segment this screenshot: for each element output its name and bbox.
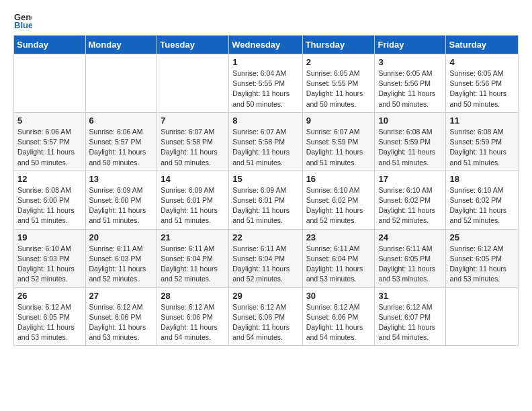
calendar-cell: 13Sunrise: 6:09 AM Sunset: 6:00 PM Dayli… xyxy=(85,171,157,229)
day-number: 5 xyxy=(17,116,82,126)
calendar-cell: 22Sunrise: 6:11 AM Sunset: 6:04 PM Dayli… xyxy=(229,229,302,287)
day-number: 20 xyxy=(89,232,154,242)
day-info: Sunrise: 6:06 AM Sunset: 5:57 PM Dayligh… xyxy=(89,127,154,168)
week-row-4: 19Sunrise: 6:10 AM Sunset: 6:03 PM Dayli… xyxy=(14,229,519,287)
calendar-cell: 25Sunrise: 6:12 AM Sunset: 6:05 PM Dayli… xyxy=(446,229,519,287)
day-info: Sunrise: 6:10 AM Sunset: 6:02 PM Dayligh… xyxy=(378,185,442,226)
day-number: 18 xyxy=(449,174,515,184)
day-info: Sunrise: 6:12 AM Sunset: 6:07 PM Dayligh… xyxy=(378,302,442,343)
day-number: 28 xyxy=(161,291,225,301)
day-number: 22 xyxy=(232,232,298,242)
calendar-cell xyxy=(14,54,86,113)
day-number: 2 xyxy=(306,57,371,67)
week-row-1: 1Sunrise: 6:04 AM Sunset: 5:55 PM Daylig… xyxy=(14,54,519,113)
day-info: Sunrise: 6:12 AM Sunset: 6:05 PM Dayligh… xyxy=(17,302,82,343)
day-info: Sunrise: 6:05 AM Sunset: 5:56 PM Dayligh… xyxy=(449,68,515,109)
calendar-cell: 2Sunrise: 6:05 AM Sunset: 5:55 PM Daylig… xyxy=(302,54,375,113)
calendar-cell: 31Sunrise: 6:12 AM Sunset: 6:07 PM Dayli… xyxy=(375,287,446,346)
calendar-cell: 15Sunrise: 6:09 AM Sunset: 6:01 PM Dayli… xyxy=(229,171,302,229)
day-info: Sunrise: 6:07 AM Sunset: 5:59 PM Dayligh… xyxy=(306,127,371,168)
day-info: Sunrise: 6:08 AM Sunset: 6:00 PM Dayligh… xyxy=(17,185,82,226)
day-info: Sunrise: 6:08 AM Sunset: 5:59 PM Dayligh… xyxy=(378,127,442,168)
calendar-cell: 11Sunrise: 6:08 AM Sunset: 5:59 PM Dayli… xyxy=(446,112,519,171)
day-number: 8 xyxy=(232,116,298,126)
svg-text:Blue: Blue xyxy=(14,20,32,30)
day-info: Sunrise: 6:12 AM Sunset: 6:06 PM Dayligh… xyxy=(232,302,298,343)
calendar-cell: 20Sunrise: 6:11 AM Sunset: 6:03 PM Dayli… xyxy=(85,229,157,287)
week-row-5: 26Sunrise: 6:12 AM Sunset: 6:05 PM Dayli… xyxy=(14,287,519,346)
day-info: Sunrise: 6:11 AM Sunset: 6:05 PM Dayligh… xyxy=(378,244,442,285)
calendar-cell: 18Sunrise: 6:10 AM Sunset: 6:02 PM Dayli… xyxy=(446,171,519,229)
day-info: Sunrise: 6:11 AM Sunset: 6:04 PM Dayligh… xyxy=(232,244,298,285)
page: General Blue SundayMondayTuesdayWednesda… xyxy=(0,0,532,359)
header-day-saturday: Saturday xyxy=(446,36,519,54)
calendar-table: SundayMondayTuesdayWednesdayThursdayFrid… xyxy=(13,35,519,346)
day-number: 25 xyxy=(449,232,515,242)
day-info: Sunrise: 6:05 AM Sunset: 5:56 PM Dayligh… xyxy=(378,68,442,109)
day-number: 3 xyxy=(378,57,442,67)
calendar-cell: 5Sunrise: 6:06 AM Sunset: 5:57 PM Daylig… xyxy=(14,112,86,171)
week-row-2: 5Sunrise: 6:06 AM Sunset: 5:57 PM Daylig… xyxy=(14,112,519,171)
day-number: 13 xyxy=(89,174,154,184)
day-number: 12 xyxy=(17,174,82,184)
day-info: Sunrise: 6:12 AM Sunset: 6:06 PM Dayligh… xyxy=(306,302,371,343)
calendar-cell: 30Sunrise: 6:12 AM Sunset: 6:06 PM Dayli… xyxy=(302,287,375,346)
header-day-monday: Monday xyxy=(85,36,157,54)
calendar-cell: 28Sunrise: 6:12 AM Sunset: 6:06 PM Dayli… xyxy=(157,287,229,346)
day-number: 31 xyxy=(378,291,442,301)
calendar-cell: 21Sunrise: 6:11 AM Sunset: 6:04 PM Dayli… xyxy=(157,229,229,287)
day-number: 30 xyxy=(306,291,371,301)
day-info: Sunrise: 6:09 AM Sunset: 6:00 PM Dayligh… xyxy=(89,185,154,226)
day-number: 15 xyxy=(232,174,298,184)
day-number: 9 xyxy=(306,116,371,126)
day-info: Sunrise: 6:11 AM Sunset: 6:04 PM Dayligh… xyxy=(306,244,371,285)
day-info: Sunrise: 6:10 AM Sunset: 6:02 PM Dayligh… xyxy=(449,185,515,226)
day-number: 1 xyxy=(232,57,298,67)
day-number: 24 xyxy=(378,232,442,242)
header-day-wednesday: Wednesday xyxy=(229,36,302,54)
calendar-cell: 12Sunrise: 6:08 AM Sunset: 6:00 PM Dayli… xyxy=(14,171,86,229)
day-info: Sunrise: 6:10 AM Sunset: 6:03 PM Dayligh… xyxy=(17,244,82,285)
day-number: 29 xyxy=(232,291,298,301)
day-info: Sunrise: 6:09 AM Sunset: 6:01 PM Dayligh… xyxy=(232,185,298,226)
day-info: Sunrise: 6:12 AM Sunset: 6:05 PM Dayligh… xyxy=(449,244,515,285)
logo-icon: General Blue xyxy=(13,11,32,30)
calendar-cell xyxy=(85,54,157,113)
calendar-cell: 14Sunrise: 6:09 AM Sunset: 6:01 PM Dayli… xyxy=(157,171,229,229)
day-number: 14 xyxy=(161,174,225,184)
calendar-cell: 1Sunrise: 6:04 AM Sunset: 5:55 PM Daylig… xyxy=(229,54,302,113)
day-number: 17 xyxy=(378,174,442,184)
calendar-cell: 23Sunrise: 6:11 AM Sunset: 6:04 PM Dayli… xyxy=(302,229,375,287)
day-info: Sunrise: 6:10 AM Sunset: 6:02 PM Dayligh… xyxy=(306,185,371,226)
day-number: 4 xyxy=(449,57,515,67)
header: General Blue xyxy=(13,11,519,30)
header-row: SundayMondayTuesdayWednesdayThursdayFrid… xyxy=(14,36,519,54)
day-info: Sunrise: 6:08 AM Sunset: 5:59 PM Dayligh… xyxy=(449,127,515,168)
header-day-friday: Friday xyxy=(375,36,446,54)
calendar-cell: 6Sunrise: 6:06 AM Sunset: 5:57 PM Daylig… xyxy=(85,112,157,171)
calendar-cell: 9Sunrise: 6:07 AM Sunset: 5:59 PM Daylig… xyxy=(302,112,375,171)
day-number: 26 xyxy=(17,291,82,301)
day-info: Sunrise: 6:04 AM Sunset: 5:55 PM Dayligh… xyxy=(232,68,298,109)
calendar-cell: 19Sunrise: 6:10 AM Sunset: 6:03 PM Dayli… xyxy=(14,229,86,287)
calendar-cell: 26Sunrise: 6:12 AM Sunset: 6:05 PM Dayli… xyxy=(14,287,86,346)
calendar-cell: 3Sunrise: 6:05 AM Sunset: 5:56 PM Daylig… xyxy=(375,54,446,113)
day-number: 21 xyxy=(161,232,225,242)
day-number: 23 xyxy=(306,232,371,242)
header-day-sunday: Sunday xyxy=(14,36,86,54)
day-info: Sunrise: 6:09 AM Sunset: 6:01 PM Dayligh… xyxy=(161,185,225,226)
day-info: Sunrise: 6:05 AM Sunset: 5:55 PM Dayligh… xyxy=(306,68,371,109)
day-info: Sunrise: 6:11 AM Sunset: 6:04 PM Dayligh… xyxy=(161,244,225,285)
logo: General Blue xyxy=(13,11,36,30)
day-number: 27 xyxy=(89,291,154,301)
calendar-cell: 24Sunrise: 6:11 AM Sunset: 6:05 PM Dayli… xyxy=(375,229,446,287)
calendar-cell: 4Sunrise: 6:05 AM Sunset: 5:56 PM Daylig… xyxy=(446,54,519,113)
calendar-cell: 29Sunrise: 6:12 AM Sunset: 6:06 PM Dayli… xyxy=(229,287,302,346)
day-number: 19 xyxy=(17,232,82,242)
calendar-cell: 17Sunrise: 6:10 AM Sunset: 6:02 PM Dayli… xyxy=(375,171,446,229)
calendar-cell: 27Sunrise: 6:12 AM Sunset: 6:06 PM Dayli… xyxy=(85,287,157,346)
week-row-3: 12Sunrise: 6:08 AM Sunset: 6:00 PM Dayli… xyxy=(14,171,519,229)
calendar-cell xyxy=(157,54,229,113)
day-number: 7 xyxy=(161,116,225,126)
day-number: 6 xyxy=(89,116,154,126)
